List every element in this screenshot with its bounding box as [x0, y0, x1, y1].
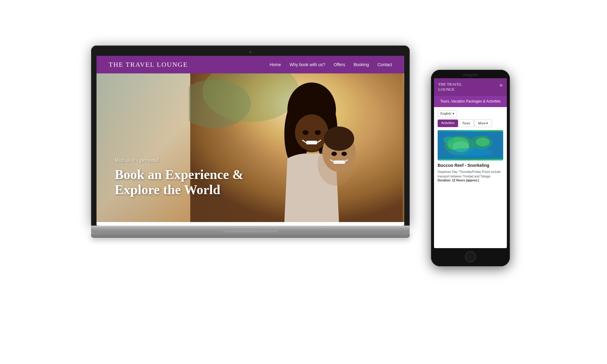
svg-point-25: [449, 148, 492, 156]
nav-home[interactable]: Home: [270, 62, 281, 67]
tab-tours[interactable]: Tours: [458, 120, 474, 127]
phone-logo-line1: THE TRAVEL: [438, 82, 462, 86]
laptop-base: [91, 226, 410, 232]
svg-point-24: [476, 137, 490, 146]
hero-heading-line2: Explore the World: [115, 182, 220, 197]
tab-more-arrow-icon: ▾: [486, 121, 488, 125]
phone-camera: [469, 76, 472, 78]
nav-offers[interactable]: Offers: [334, 62, 345, 67]
nav-why[interactable]: Why book with us?: [290, 62, 325, 67]
duration-value: 12 Hours (approx.): [452, 179, 479, 182]
tab-more[interactable]: More ▾: [474, 120, 492, 127]
tab-activities[interactable]: Activities: [438, 120, 458, 127]
hero-overlay: [97, 73, 404, 222]
activity-desc-text: Departure Day: Thursday/Friday Prices in…: [438, 170, 501, 178]
svg-point-26: [443, 136, 454, 143]
language-arrow-icon: ▾: [453, 112, 454, 116]
laptop-camera: [249, 51, 252, 53]
laptop-device: THE TRAVEL LOUNGE Home Why book with us?…: [91, 46, 410, 238]
laptop-foot: [91, 232, 410, 238]
phone-header: THE TRAVEL LOUNGE ≡: [434, 78, 507, 96]
duration-label: Duration:: [438, 179, 451, 182]
site-header: THE TRAVEL LOUNGE Home Why book with us?…: [97, 56, 404, 73]
nav-booking[interactable]: Booking: [354, 62, 369, 67]
activity-duration: Duration: 12 Hours (approx.): [438, 179, 503, 182]
site-logo: THE TRAVEL LOUNGE: [109, 61, 188, 69]
laptop-screen: THE TRAVEL LOUNGE Home Why book with us?…: [97, 56, 404, 226]
phone-logo: THE TRAVEL LOUNGE: [438, 82, 462, 92]
phone-device: THE TRAVEL LOUNGE ≡ Tours, Vacation Pack…: [431, 70, 510, 266]
activity-tabs: Activities Tours More ▾: [438, 120, 503, 127]
tab-more-label: More: [478, 121, 486, 125]
language-selector[interactable]: English ▾: [438, 110, 457, 117]
nav-contact[interactable]: Contact: [378, 62, 392, 67]
phone-banner-text: Tours, Vacation Packages & Activities: [438, 99, 503, 104]
hamburger-menu-icon[interactable]: ≡: [500, 83, 503, 88]
hero-tagline: With us it's personal: [115, 157, 243, 163]
activity-title: Buccoo Reef - Snorkeling: [438, 163, 503, 168]
site-nav: Home Why book with us? Offers Booking Co…: [270, 62, 392, 67]
site-hero: With us it's personal Book an Experience…: [97, 73, 404, 222]
activity-image-container: [438, 130, 503, 160]
scene: THE TRAVEL LOUNGE Home Why book with us?…: [91, 30, 516, 334]
phone-logo-line2: LOUNGE: [438, 87, 454, 92]
phone-home-button[interactable]: [465, 251, 476, 262]
laptop-bezel: THE TRAVEL LOUNGE Home Why book with us?…: [91, 46, 410, 226]
phone-banner: Tours, Vacation Packages & Activities: [434, 96, 507, 107]
reef-svg: [438, 130, 503, 160]
language-label: English: [440, 112, 451, 115]
buccoo-reef-image: [438, 130, 503, 160]
activity-description: Departure Day: Thursday/Friday Prices in…: [438, 170, 503, 179]
phone-screen: THE TRAVEL LOUNGE ≡ Tours, Vacation Pack…: [434, 78, 507, 248]
hero-heading: Book an Experience & Explore the World: [115, 167, 243, 198]
hero-heading-line1: Book an Experience &: [115, 167, 243, 182]
phone-content: English ▾ Activities Tours More ▾: [434, 107, 507, 185]
phone-bezel: THE TRAVEL LOUNGE ≡ Tours, Vacation Pack…: [431, 70, 510, 266]
hero-text: With us it's personal Book an Experience…: [115, 157, 243, 198]
